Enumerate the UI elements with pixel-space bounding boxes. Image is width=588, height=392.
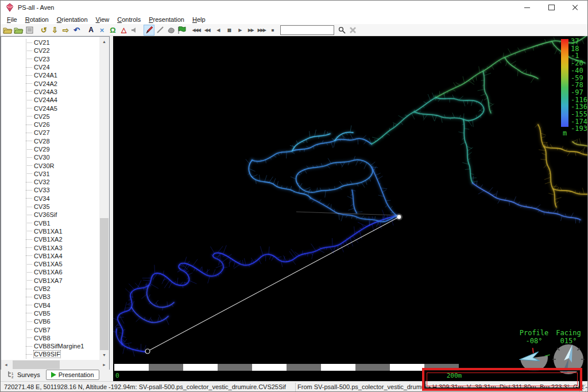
tree-item-label: CVB1XA1 bbox=[34, 228, 63, 235]
tree-connector bbox=[26, 182, 32, 183]
maximize-button[interactable] bbox=[539, 1, 563, 14]
crosses-button[interactable]: × bbox=[96, 25, 107, 36]
plan-view-button[interactable]: ⇩ bbox=[49, 25, 60, 36]
tree-item[interactable]: CV26 bbox=[1, 121, 99, 129]
elevation-view-button[interactable]: ⇨ bbox=[60, 25, 71, 36]
entrances-button[interactable]: Ω bbox=[107, 25, 118, 36]
compass-indicator[interactable] bbox=[551, 343, 586, 376]
menu-orientation[interactable]: Orientation bbox=[53, 15, 92, 24]
tab-surveys[interactable]: 1 2 Surveys bbox=[2, 370, 45, 379]
clino-indicator[interactable] bbox=[517, 346, 551, 372]
menu-view[interactable]: View bbox=[92, 15, 114, 24]
tree-item[interactable]: CV22 bbox=[1, 46, 99, 55]
line-tool-button[interactable] bbox=[154, 25, 165, 36]
tree-item[interactable]: CV21 bbox=[1, 38, 99, 46]
tree-item[interactable]: CV24A5 bbox=[1, 104, 99, 112]
vertical-scrollbar-thumb[interactable] bbox=[100, 218, 109, 350]
survey-canvas[interactable]: 3718-1-20-40-59-78-97-116-136-155-174-19… bbox=[113, 36, 587, 381]
tree-item[interactable]: CVB4 bbox=[1, 301, 99, 309]
tree-item[interactable]: CV33 bbox=[1, 186, 99, 194]
menu-help[interactable]: Help bbox=[188, 15, 210, 24]
tree-item[interactable]: CV24A2 bbox=[1, 79, 99, 87]
scroll-left-icon[interactable]: ◄ bbox=[1, 360, 11, 370]
tree-item-label: CV32 bbox=[34, 178, 50, 185]
tree-item[interactable]: CV23 bbox=[1, 55, 99, 63]
tree-item[interactable]: CV31 bbox=[1, 170, 99, 178]
presentation-pause-button[interactable]: ▮▮ bbox=[223, 25, 234, 36]
tree-item[interactable]: CVB6 bbox=[1, 317, 99, 325]
tree-item[interactable]: CV24 bbox=[1, 63, 99, 71]
menu-rotation[interactable]: Rotation bbox=[21, 15, 53, 24]
tab-presentation[interactable]: Presentation bbox=[46, 370, 99, 380]
station-names-button[interactable]: A bbox=[86, 25, 96, 36]
tree-item[interactable]: CV30R bbox=[1, 161, 99, 169]
scroll-down-icon[interactable]: ▼ bbox=[99, 350, 109, 360]
tree-item[interactable]: CV34 bbox=[1, 195, 99, 203]
tree-item[interactable]: CV36Sif bbox=[1, 211, 99, 219]
open-terrain-button[interactable] bbox=[13, 25, 24, 36]
search-input[interactable] bbox=[280, 25, 334, 35]
tree-item[interactable]: CV35 bbox=[1, 203, 99, 211]
vertical-scrollbar[interactable]: ▲ ▼ bbox=[99, 37, 109, 360]
tree-item[interactable]: CVB5 bbox=[1, 309, 99, 317]
resize-grip[interactable] bbox=[579, 385, 587, 392]
close-button[interactable] bbox=[563, 1, 587, 14]
tree-item[interactable]: CVB3 bbox=[1, 293, 99, 301]
tree-item[interactable]: CVB1XA1 bbox=[1, 227, 99, 235]
tubes-button[interactable] bbox=[165, 25, 176, 36]
presentation-stop-button[interactable]: ■ bbox=[267, 25, 278, 36]
search-button[interactable] bbox=[336, 25, 347, 36]
tree-item[interactable]: CV24A4 bbox=[1, 96, 99, 104]
depth-scale-tick: -1 bbox=[571, 52, 579, 59]
tree-item[interactable]: CVB7 bbox=[1, 325, 99, 333]
tree-item[interactable]: CVB8SifMargine1 bbox=[1, 342, 99, 350]
tree-item[interactable]: CV25 bbox=[1, 112, 99, 121]
scroll-right-icon[interactable]: ► bbox=[99, 360, 109, 370]
presentation-rewind-button[interactable]: ◀◀ bbox=[202, 25, 212, 36]
tree-item[interactable]: CV24A1 bbox=[1, 71, 99, 79]
tree-item[interactable]: CV24A3 bbox=[1, 88, 99, 96]
tree-connector bbox=[26, 108, 32, 108]
tree-item[interactable]: CVB1XA4 bbox=[1, 252, 99, 260]
menu-presentation[interactable]: Presentation bbox=[145, 15, 188, 24]
tree-item[interactable]: CV28 bbox=[1, 137, 99, 145]
tree-item[interactable]: CVB1 bbox=[1, 219, 99, 227]
presentation-rewind-fast-button[interactable]: ◀◀◀ bbox=[191, 25, 202, 36]
tree-item[interactable]: CV32 bbox=[1, 178, 99, 186]
presentation-play-button[interactable]: ▶ bbox=[234, 25, 245, 36]
tree-item[interactable]: CVB1XA5 bbox=[1, 260, 99, 268]
tree-item[interactable]: CVB1XA7 bbox=[1, 277, 99, 285]
presentation-back-button[interactable]: ◀ bbox=[212, 25, 223, 36]
menu-controls[interactable]: Controls bbox=[113, 15, 145, 24]
tree-item[interactable]: CV29 bbox=[1, 145, 99, 153]
tree-item[interactable]: CVB1XA2 bbox=[1, 235, 99, 243]
default-view-button[interactable]: ↶ bbox=[71, 25, 82, 36]
measure-tool-button[interactable] bbox=[144, 25, 154, 36]
rotation-button[interactable]: ↺ bbox=[38, 25, 49, 36]
depth-color-scale bbox=[561, 39, 568, 127]
tree-item[interactable]: CVB2 bbox=[1, 285, 99, 293]
rewind-fast-icon: ◀◀◀ bbox=[192, 28, 200, 33]
tube-icon bbox=[167, 26, 175, 33]
scroll-up-icon[interactable]: ▲ bbox=[99, 37, 109, 46]
fixed-points-button[interactable]: △ bbox=[118, 25, 129, 36]
profile-value: -08° bbox=[516, 337, 552, 345]
tree-item[interactable]: CVB1XA6 bbox=[1, 268, 99, 276]
horizontal-scrollbar-thumb[interactable] bbox=[13, 360, 60, 369]
print-button[interactable] bbox=[24, 25, 35, 36]
terrain-button[interactable] bbox=[176, 25, 187, 36]
tree-item[interactable]: CV27 bbox=[1, 129, 99, 137]
gray-pen-icon bbox=[156, 26, 164, 34]
menu-file[interactable]: File bbox=[3, 15, 21, 24]
tree-item[interactable]: CV30 bbox=[1, 153, 99, 161]
open-file-button[interactable] bbox=[2, 25, 13, 36]
tree-item[interactable]: CVB8 bbox=[1, 334, 99, 342]
minimize-button[interactable] bbox=[515, 1, 539, 14]
hide-found-button[interactable] bbox=[347, 25, 358, 36]
presentation-ff-button[interactable]: ▶▶ bbox=[245, 25, 256, 36]
horizontal-scrollbar[interactable]: ◄ ► bbox=[1, 360, 110, 370]
tree-item[interactable]: CVB1XA3 bbox=[1, 243, 99, 251]
tree-item[interactable]: CVB9SIF bbox=[1, 350, 99, 358]
presentation-ff-fast-button[interactable]: ▶▶▶ bbox=[256, 25, 267, 36]
exported-points-button[interactable] bbox=[129, 25, 140, 36]
